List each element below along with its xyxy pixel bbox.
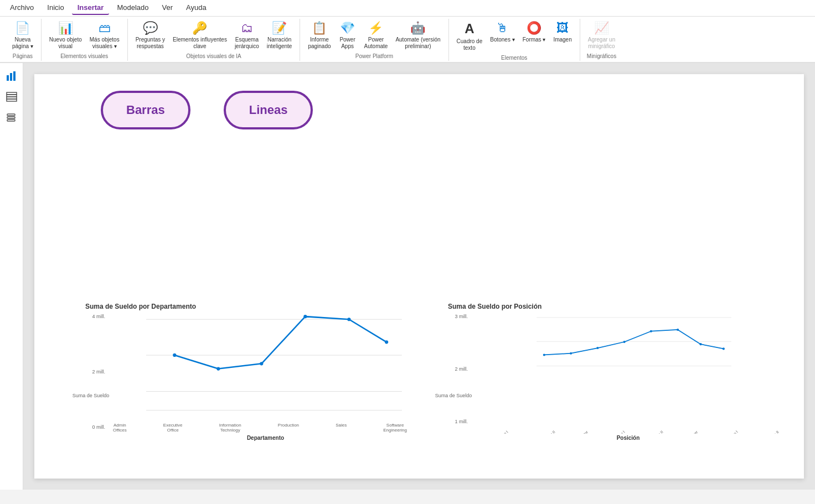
ribbon-botones[interactable]: 🖱 Botones ▾	[487, 19, 518, 45]
sidebar-table[interactable]	[3, 89, 20, 106]
chart1-x-labels: AdminOffices ExecutiveOffice Information…	[107, 423, 424, 433]
ribbon-label-elementos: Elementos	[453, 55, 575, 61]
svg-point-25	[596, 347, 599, 349]
ribbon-elementos-clave[interactable]: 🔑 Elementos influyentesclave	[169, 19, 230, 52]
svg-point-14	[173, 354, 176, 357]
chart1-title: Suma de Sueldo por Departamento	[85, 303, 424, 310]
informe-icon: 📋	[312, 21, 327, 35]
nueva-pagina-icon: 📄	[15, 21, 30, 35]
menu-bar: Archivo Inicio Insertar Modelado Ver Ayu…	[0, 0, 815, 17]
svg-rect-6	[7, 99, 17, 101]
ribbon-mas-objetos[interactable]: 🗃 Más objetosvisuales ▾	[86, 19, 123, 52]
ribbon-group-ia: 💬 Preguntas yrespuestas 🔑 Elementos infl…	[128, 19, 301, 61]
ribbon-label-visuales: Elementos visuales	[46, 53, 123, 59]
power-icon: ⚡	[368, 21, 383, 35]
svg-rect-1	[10, 73, 12, 81]
svg-point-27	[650, 330, 652, 332]
ribbon-label-platform: Power Platform	[305, 53, 443, 59]
sidebar-bar-chart[interactable]	[3, 67, 20, 85]
svg-point-28	[677, 329, 679, 331]
ribbon-powerapps[interactable]: 💎 PowerApps	[336, 19, 360, 52]
ribbon-agregar-minigrafico: 📈 Agregar unminigráfico	[585, 19, 618, 52]
barras-button[interactable]: Barras	[101, 91, 190, 129]
preguntas-icon: 💬	[143, 21, 158, 35]
lineas-button[interactable]: Lineas	[224, 91, 313, 129]
svg-rect-7	[7, 114, 15, 116]
menu-modelado[interactable]: Modelado	[111, 1, 154, 15]
ribbon-group-elementos: A Cuadro detexto 🖱 Botones ▾ ⭕ Formas ▾ …	[449, 19, 580, 61]
cuadro-texto-icon: A	[465, 21, 474, 37]
svg-rect-2	[13, 71, 16, 81]
ribbon-nuevo-objeto[interactable]: 📊 Nuevo objetovisual	[46, 19, 85, 52]
powerapps-icon: 💎	[340, 21, 355, 35]
svg-rect-8	[7, 117, 15, 118]
nuevo-objeto-icon: 📊	[58, 21, 73, 35]
ribbon-narracion[interactable]: 📝 Narracióninteligente	[264, 19, 296, 52]
ribbon-label-minigraficos: Minigráficos	[585, 53, 618, 59]
formas-icon: ⭕	[527, 21, 541, 35]
mas-objetos-icon: 🗃	[99, 21, 111, 35]
esquema-icon: 🗂	[241, 21, 253, 35]
chart1-svg	[107, 314, 424, 422]
sidebar-layers[interactable]	[3, 110, 20, 127]
botones-icon: 🖱	[496, 21, 508, 35]
charts-area: Suma de Sueldo por Departamento 4 mill. …	[79, 296, 793, 479]
ribbon-group-minigraficos: 📈 Agregar unminigráfico Minigráficos	[580, 19, 623, 61]
chart2-x-labels: Administrative I Administrative II Direc…	[470, 409, 786, 434]
canvas-area: Barras Lineas Suma de Sueldo por Departa…	[23, 63, 815, 490]
menu-ayuda[interactable]: Ayuda	[180, 1, 212, 15]
ribbon-imagen[interactable]: 🖼 Imagen	[550, 19, 575, 45]
ribbon-cuadro-texto[interactable]: A Cuadro detexto	[453, 19, 486, 54]
svg-point-17	[303, 315, 307, 318]
menu-ver[interactable]: Ver	[157, 1, 179, 15]
canvas-buttons-area: Barras Lineas	[34, 74, 804, 129]
chart1-x-label: Departamento	[107, 435, 424, 441]
menu-insertar[interactable]: Insertar	[72, 1, 110, 15]
page-canvas: Barras Lineas Suma de Sueldo por Departa…	[34, 74, 804, 479]
svg-point-16	[260, 362, 263, 365]
svg-point-19	[385, 340, 388, 344]
ribbon-label-ia: Objetos visuales de IA	[132, 53, 296, 59]
ribbon-label-paginas: Páginas	[9, 53, 37, 59]
ribbon-power[interactable]: ⚡ PowerAutomate	[361, 19, 391, 52]
svg-point-15	[216, 367, 220, 370]
svg-point-26	[623, 341, 626, 343]
app-layout: Barras Lineas Suma de Sueldo por Departa…	[0, 63, 815, 490]
ribbon-group-paginas: 📄 Nuevapágina ▾ Páginas	[4, 19, 42, 61]
chart-departamento: Suma de Sueldo por Departamento 4 mill. …	[79, 296, 430, 479]
ribbon-automate[interactable]: 🤖 Automate (versiónpreliminar)	[392, 19, 443, 52]
svg-point-30	[723, 347, 725, 350]
ribbon-nueva-pagina[interactable]: 📄 Nuevapágina ▾	[9, 19, 37, 52]
chart-posicion: Suma de Sueldo por Posición 3 mill. 2 mi…	[441, 296, 793, 479]
chart2-x-label: Posición	[470, 435, 786, 441]
chart2-y-axis: 3 mill. 2 mill. 1 mill.	[448, 314, 470, 441]
elementos-clave-icon: 🔑	[192, 21, 207, 35]
ribbon-group-platform: 📋 Informepaginado 💎 PowerApps ⚡ PowerAut…	[300, 19, 448, 61]
svg-rect-0	[7, 75, 9, 81]
ribbon-esquema[interactable]: 🗂 Esquemajerárquico	[231, 19, 262, 52]
menu-archivo[interactable]: Archivo	[4, 1, 39, 15]
chart2-y-label: Suma de Sueldo	[435, 393, 472, 398]
ribbon-formas[interactable]: ⭕ Formas ▾	[519, 19, 549, 45]
chart1-y-label: Suma de Sueldo	[73, 393, 110, 398]
ribbon: 📄 Nuevapágina ▾ Páginas 📊 Nuevo objetovi…	[0, 17, 815, 63]
narracion-icon: 📝	[272, 21, 287, 35]
ribbon-group-visuales: 📊 Nuevo objetovisual 🗃 Más objetosvisual…	[42, 19, 128, 61]
svg-rect-9	[7, 119, 15, 121]
menu-inicio[interactable]: Inicio	[42, 1, 69, 15]
svg-point-24	[570, 352, 572, 354]
svg-point-29	[699, 343, 701, 345]
minigrafico-icon: 📈	[594, 21, 609, 35]
left-sidebar	[0, 63, 23, 490]
svg-point-18	[347, 318, 350, 321]
ribbon-preguntas[interactable]: 💬 Preguntas yrespuestas	[132, 19, 168, 52]
automate-icon: 🤖	[410, 21, 425, 35]
ribbon-informe[interactable]: 📋 Informepaginado	[305, 19, 334, 52]
chart1-y-axis: 4 mill. 2 mill. 0 mill.	[85, 314, 107, 441]
imagen-icon: 🖼	[556, 21, 569, 35]
